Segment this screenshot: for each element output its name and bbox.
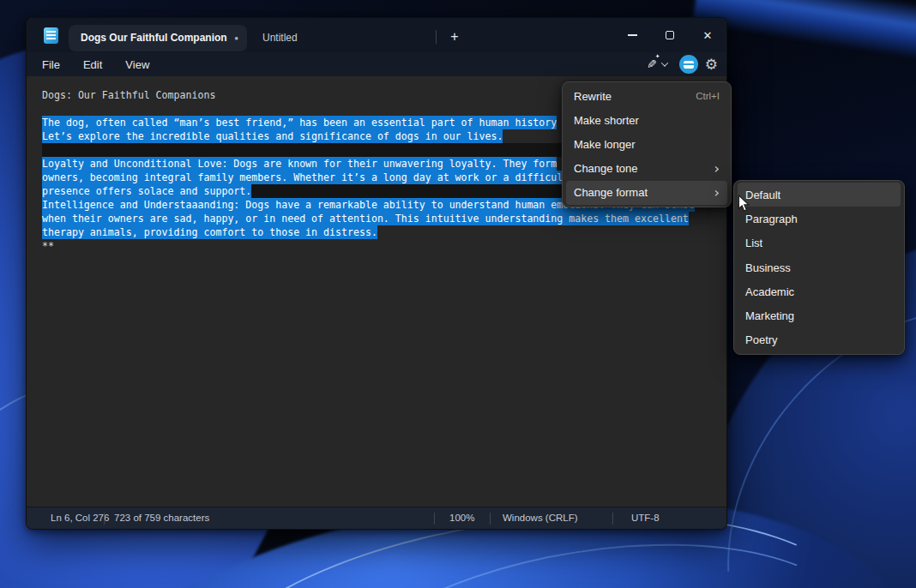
menu-edit[interactable]: Edit bbox=[75, 56, 111, 74]
notepad-icon bbox=[44, 27, 58, 44]
rewrite-context-menu: Rewrite Ctrl+I Make shorter Make longer … bbox=[562, 81, 732, 207]
zoom-level[interactable]: 100% bbox=[449, 513, 474, 523]
selected-text: Loyalty and Unconditional Love: Dogs are… bbox=[42, 157, 557, 171]
selected-text: The dog, often called “man’s best friend… bbox=[42, 116, 557, 129]
settings-button[interactable]: ⚙ bbox=[705, 57, 718, 72]
editor-line: Dogs: Our Faithful Companions bbox=[42, 88, 215, 102]
submenu-item-list[interactable]: List bbox=[738, 231, 901, 255]
editor-line: owners, becoming integral family members… bbox=[42, 171, 569, 184]
menu-file[interactable]: File bbox=[33, 56, 69, 74]
tab-title: Untitled bbox=[262, 32, 298, 44]
chevron-right-icon: › bbox=[714, 186, 720, 200]
editor-line: The dog, often called “man’s best friend… bbox=[42, 116, 557, 129]
encoding[interactable]: UTF-8 bbox=[631, 513, 660, 523]
menu-item-change-tone[interactable]: Change tone › bbox=[566, 157, 727, 181]
submenu-item-business[interactable]: Business bbox=[738, 255, 901, 279]
menu-item-make-shorter[interactable]: Make shorter bbox=[566, 108, 727, 132]
title-bar[interactable]: Dogs Our Faithful Companions ● Untitled … bbox=[27, 18, 726, 52]
selected-text: Let’s explore the incredible qualities a… bbox=[42, 129, 503, 143]
status-divider bbox=[434, 513, 435, 525]
editor-line: ** bbox=[42, 239, 54, 253]
unsaved-indicator-dot: ● bbox=[227, 34, 238, 42]
submenu-item-default[interactable]: Default bbox=[738, 183, 901, 207]
character-count: 723 of 759 characters bbox=[114, 513, 209, 523]
submenu-item-academic[interactable]: Academic bbox=[738, 279, 901, 303]
submenu-item-paragraph[interactable]: Paragraph bbox=[738, 207, 901, 231]
tab-untitled[interactable]: Untitled bbox=[252, 25, 424, 51]
close-button[interactable]: ✕ bbox=[689, 18, 726, 52]
selected-text: presence offers solace and support. bbox=[42, 184, 251, 198]
selected-text: therapy animals, providing comfort to th… bbox=[42, 225, 377, 239]
menu-bar: File Edit View ✎ ⚙ bbox=[27, 52, 726, 76]
tab-dogs-our-faithful-companions[interactable]: Dogs Our Faithful Companions ● bbox=[69, 25, 247, 51]
chevron-right-icon: › bbox=[714, 162, 720, 176]
editor-line: when their owners are sad, happy, or in … bbox=[42, 212, 689, 225]
menu-item-make-longer[interactable]: Make longer bbox=[566, 132, 727, 156]
editor-line: Loyalty and Unconditional Love: Dogs are… bbox=[42, 157, 557, 171]
submenu-item-poetry[interactable]: Poetry bbox=[738, 328, 901, 352]
close-icon: ✕ bbox=[703, 29, 713, 42]
editor-line: Let’s explore the incredible qualities a… bbox=[42, 129, 503, 143]
editor-line: therapy animals, providing comfort to th… bbox=[42, 225, 377, 239]
line-ending[interactable]: Windows (CRLF) bbox=[503, 513, 578, 523]
copilot-badge-icon bbox=[684, 61, 694, 69]
submenu-item-marketing[interactable]: Marketing bbox=[738, 303, 901, 327]
minimize-icon bbox=[628, 34, 637, 36]
status-divider bbox=[490, 513, 491, 525]
chevron-down-icon bbox=[661, 59, 668, 66]
tab-divider bbox=[436, 30, 437, 44]
selected-text: owners, becoming integral family members… bbox=[42, 171, 569, 184]
selected-text: when their owners are sad, happy, or in … bbox=[42, 212, 689, 225]
pen-sparkle-icon: ✎ bbox=[647, 57, 657, 71]
editor-line: presence offers solace and support. bbox=[42, 184, 251, 198]
copilot-button[interactable] bbox=[679, 55, 698, 74]
minimize-button[interactable] bbox=[613, 18, 651, 52]
maximize-button[interactable] bbox=[651, 18, 689, 52]
menu-view[interactable]: View bbox=[117, 56, 158, 74]
menu-item-rewrite[interactable]: Rewrite Ctrl+I bbox=[566, 84, 727, 108]
mouse-pointer bbox=[738, 195, 750, 213]
rewrite-dropdown-button[interactable]: ✎ bbox=[642, 56, 672, 73]
selection-gap bbox=[251, 184, 563, 198]
status-divider bbox=[612, 513, 613, 525]
maximize-icon bbox=[666, 31, 674, 39]
new-tab-button[interactable]: + bbox=[443, 26, 466, 48]
shortcut-label: Ctrl+I bbox=[696, 91, 720, 101]
selection-gap bbox=[42, 143, 563, 157]
menu-item-change-format[interactable]: Change format › bbox=[566, 181, 727, 205]
change-format-submenu: Default Paragraph List Business Academic… bbox=[733, 180, 905, 355]
tab-title: Dogs Our Faithful Companions bbox=[81, 32, 227, 44]
status-divider bbox=[104, 513, 105, 525]
status-bar: Ln 6, Col 276 723 of 759 characters 100%… bbox=[27, 507, 727, 529]
cursor-position: Ln 6, Col 276 bbox=[51, 513, 109, 523]
